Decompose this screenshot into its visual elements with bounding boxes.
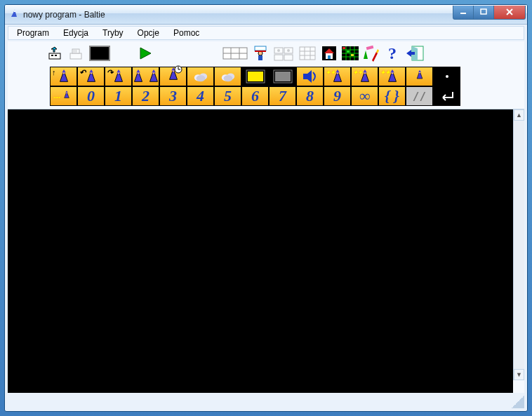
tile-wizard-wait[interactable] bbox=[159, 67, 187, 86]
close-button[interactable] bbox=[493, 6, 526, 20]
tile-wizard-sparkle-1[interactable]: ✦✦ bbox=[324, 67, 351, 86]
main-toolbar: ? bbox=[8, 41, 524, 65]
tile-wizard-jump[interactable] bbox=[132, 67, 159, 86]
svg-rect-38 bbox=[328, 55, 331, 59]
svg-rect-22 bbox=[258, 55, 262, 60]
svg-rect-52 bbox=[366, 46, 374, 50]
tile-wizard-small[interactable] bbox=[406, 67, 433, 86]
svg-point-79 bbox=[196, 75, 205, 81]
maximize-button[interactable] bbox=[473, 6, 494, 20]
svg-point-1 bbox=[14, 10, 15, 11]
tile-wizard-step[interactable]: ↑ bbox=[50, 67, 77, 86]
print-icon bbox=[68, 45, 85, 62]
person-icon bbox=[252, 45, 269, 62]
editor-area: ▲ ▼ bbox=[8, 109, 524, 393]
tile-wizard-sparkle-2[interactable]: ✦✦ bbox=[351, 67, 378, 86]
vertical-scrollbar[interactable]: ▲ ▼ bbox=[513, 109, 524, 380]
tile-infinity[interactable]: ∞ bbox=[351, 86, 378, 106]
tile-braces[interactable]: { } bbox=[378, 86, 406, 106]
statusbar bbox=[8, 396, 524, 408]
scroll-down-button[interactable]: ▼ bbox=[514, 369, 524, 380]
svg-point-100 bbox=[446, 75, 448, 78]
menu-pomoc[interactable]: Pomoc bbox=[168, 27, 205, 39]
tile-comment[interactable]: // bbox=[406, 86, 433, 106]
tile-enter[interactable] bbox=[433, 86, 460, 106]
layers-button[interactable] bbox=[272, 43, 295, 63]
tile-num5[interactable]: 5 bbox=[214, 86, 241, 106]
tiles-icon bbox=[222, 46, 248, 61]
svg-rect-11 bbox=[72, 49, 79, 53]
help-button[interactable]: ? bbox=[383, 43, 402, 63]
run-button[interactable] bbox=[135, 43, 155, 63]
house-icon bbox=[321, 45, 338, 62]
tile-num6[interactable]: 6 bbox=[241, 86, 269, 106]
tile-num0[interactable]: 0 bbox=[77, 86, 105, 106]
person-button[interactable] bbox=[251, 43, 270, 63]
tile-cloud-1[interactable] bbox=[187, 67, 214, 86]
exit-button[interactable] bbox=[404, 43, 426, 63]
svg-marker-50 bbox=[372, 52, 378, 62]
command-palette: ↑↶↷✦✦✦✦✦✦ ····0123456789∞{ }// bbox=[8, 65, 524, 109]
paint-button[interactable] bbox=[361, 43, 381, 63]
svg-rect-8 bbox=[55, 55, 57, 56]
svg-rect-47 bbox=[347, 51, 350, 53]
play-icon bbox=[138, 46, 153, 61]
tile-wizard-sparkle-3[interactable]: ✦✦ bbox=[378, 67, 406, 86]
minimize-button[interactable] bbox=[453, 6, 474, 20]
svg-rect-7 bbox=[51, 55, 53, 56]
svg-rect-30 bbox=[300, 47, 315, 60]
screen-button[interactable] bbox=[88, 43, 112, 63]
tile-cloud-2[interactable] bbox=[214, 67, 241, 86]
screen-icon bbox=[89, 46, 110, 61]
scroll-track[interactable] bbox=[514, 121, 524, 369]
menu-edycja[interactable]: Edycja bbox=[58, 27, 94, 39]
svg-marker-58 bbox=[62, 69, 66, 73]
svg-rect-26 bbox=[274, 55, 283, 60]
program-canvas[interactable] bbox=[8, 109, 513, 393]
svg-marker-9 bbox=[51, 47, 57, 52]
resize-grip[interactable] bbox=[512, 396, 524, 408]
tile-num7[interactable]: 7 bbox=[269, 86, 296, 106]
tile-sound[interactable] bbox=[296, 67, 324, 86]
svg-rect-46 bbox=[343, 47, 345, 49]
tile-num3[interactable]: 3 bbox=[159, 86, 187, 106]
tile-speed[interactable]: ···· bbox=[50, 86, 77, 106]
window-title: nowy program - Baltie bbox=[23, 10, 105, 20]
tile-num8[interactable]: 8 bbox=[296, 86, 324, 106]
tile-num2[interactable]: 2 bbox=[132, 86, 159, 106]
tiles-button[interactable] bbox=[221, 43, 249, 63]
table-icon bbox=[341, 46, 359, 61]
grid4-icon bbox=[298, 46, 317, 61]
table-button[interactable] bbox=[340, 43, 360, 63]
svg-rect-23 bbox=[255, 51, 266, 52]
tile-monitor-1[interactable] bbox=[241, 67, 269, 86]
svg-marker-15 bbox=[140, 48, 151, 59]
help-icon: ? bbox=[388, 44, 397, 63]
exit-icon bbox=[405, 45, 425, 62]
scroll-up-button[interactable]: ▲ bbox=[514, 109, 524, 121]
svg-point-82 bbox=[223, 75, 232, 81]
open-icon bbox=[47, 45, 64, 62]
grid4-button[interactable] bbox=[297, 43, 318, 63]
svg-marker-87 bbox=[303, 70, 312, 83]
tile-num9[interactable]: 9 bbox=[324, 86, 351, 106]
tile-num4[interactable]: 4 bbox=[187, 86, 214, 106]
svg-marker-103 bbox=[65, 90, 67, 93]
svg-rect-84 bbox=[248, 72, 263, 81]
house-button[interactable] bbox=[319, 43, 339, 63]
open-button[interactable] bbox=[46, 43, 65, 63]
tile-num1[interactable]: 1 bbox=[105, 86, 132, 106]
svg-rect-86 bbox=[275, 72, 291, 81]
svg-rect-10 bbox=[70, 53, 81, 59]
tile-monitor-2[interactable] bbox=[269, 67, 296, 86]
tile-wizard-turn-left[interactable]: ↶ bbox=[77, 67, 105, 86]
tile-wizard-turn-right[interactable]: ↷ bbox=[105, 67, 132, 86]
svg-marker-49 bbox=[364, 51, 368, 59]
titlebar: nowy program - Baltie bbox=[5, 5, 527, 25]
menu-tryby[interactable]: Tryby bbox=[97, 27, 129, 39]
menu-opcje[interactable]: Opcje bbox=[132, 27, 165, 39]
print-button[interactable] bbox=[67, 43, 86, 63]
menu-program[interactable]: Program bbox=[11, 27, 55, 39]
svg-point-29 bbox=[287, 49, 290, 52]
tile-black-dot[interactable] bbox=[433, 67, 460, 86]
